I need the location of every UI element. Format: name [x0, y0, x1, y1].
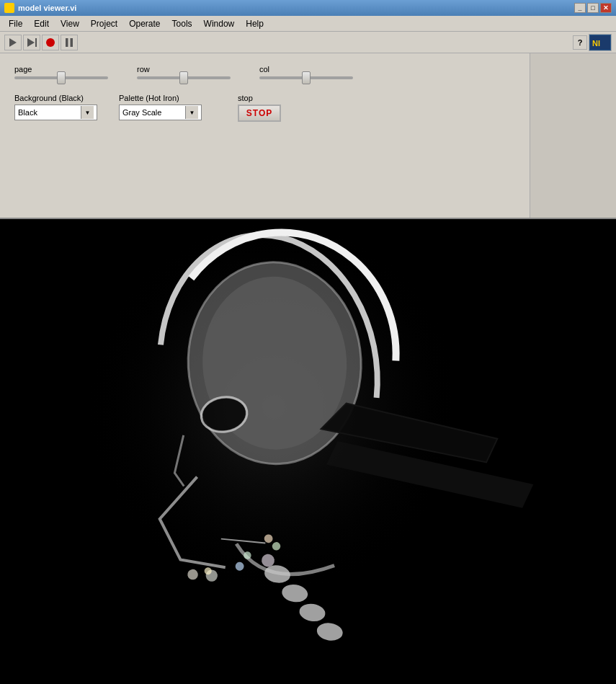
minimize-button[interactable]: _	[574, 3, 586, 13]
window-title: model viewer.vi	[18, 4, 76, 12]
title-bar: model viewer.vi _ □ ✕	[0, 0, 616, 16]
svg-text:NI: NI	[592, 39, 600, 48]
row-slider-group: row	[137, 65, 231, 79]
palette-dropdown-group: Palette (Hot Iron) Gray Scale ▼	[119, 94, 202, 120]
page-slider-group: page	[14, 65, 108, 79]
main-content: page row col Background (Black) Black	[0, 53, 616, 684]
background-select[interactable]: Black ▼	[14, 105, 97, 120]
dropdown-row: Background (Black) Black ▼ Palette (Hot …	[14, 94, 515, 122]
controls-right-panel	[530, 53, 616, 218]
svg-marker-1	[27, 38, 35, 47]
abort-button[interactable]	[42, 35, 59, 50]
svg-rect-4	[66, 38, 68, 47]
svg-point-3	[46, 38, 55, 47]
menu-view[interactable]: View	[55, 17, 85, 30]
row-slider[interactable]	[137, 76, 231, 79]
controls-panel: page row col Background (Black) Black	[0, 53, 616, 219]
menu-project[interactable]: Project	[85, 17, 123, 30]
close-button[interactable]: ✕	[600, 3, 612, 13]
background-dropdown-group: Background (Black) Black ▼	[14, 94, 97, 120]
ct-scan-canvas	[0, 219, 616, 684]
palette-select[interactable]: Gray Scale ▼	[119, 105, 202, 120]
maximize-button[interactable]: □	[587, 3, 599, 13]
run-arrow-button[interactable]	[4, 35, 22, 50]
col-slider[interactable]	[259, 76, 353, 79]
app-icon	[4, 3, 14, 13]
page-slider[interactable]	[14, 76, 108, 79]
menu-file[interactable]: File	[3, 17, 28, 30]
menu-operate[interactable]: Operate	[123, 17, 166, 30]
menu-bar: File Edit View Project Operate Tools Win…	[0, 16, 616, 32]
background-selected-value: Black	[18, 108, 81, 117]
ni-logo: NI	[589, 34, 612, 51]
pause-button[interactable]	[61, 35, 78, 50]
svg-rect-2	[35, 38, 37, 47]
controls-left: page row col Background (Black) Black	[0, 53, 530, 218]
toolbar: ? NI	[0, 32, 616, 53]
help-button[interactable]: ?	[573, 35, 587, 50]
image-panel	[0, 219, 616, 684]
palette-selected-value: Gray Scale	[122, 108, 185, 117]
svg-rect-5	[71, 38, 73, 47]
svg-marker-0	[9, 38, 17, 47]
window-controls: _ □ ✕	[574, 3, 612, 13]
stop-label: stop	[238, 94, 253, 102]
palette-label: Palette (Hot Iron)	[119, 94, 202, 102]
palette-dropdown-arrow[interactable]: ▼	[185, 106, 198, 119]
menu-tools[interactable]: Tools	[166, 17, 198, 30]
menu-help[interactable]: Help	[240, 17, 269, 30]
menu-edit[interactable]: Edit	[28, 17, 55, 30]
col-slider-group: col	[259, 65, 353, 79]
background-dropdown-arrow[interactable]: ▼	[81, 106, 94, 119]
stop-group: stop STOP	[238, 94, 281, 122]
menu-window[interactable]: Window	[198, 17, 241, 30]
background-label: Background (Black)	[14, 94, 97, 102]
run-continuously-button[interactable]	[23, 35, 40, 50]
slider-row: page row col	[14, 65, 515, 79]
stop-button[interactable]: STOP	[238, 105, 281, 122]
